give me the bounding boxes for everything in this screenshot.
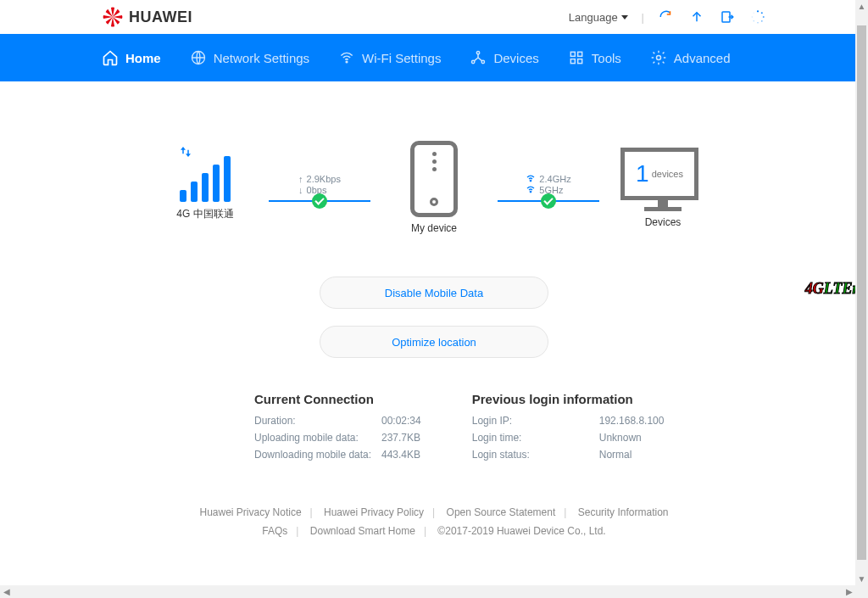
footer-oss[interactable]: Open Source Statement bbox=[447, 506, 556, 518]
refresh-icon[interactable] bbox=[658, 8, 675, 25]
value: Unknown bbox=[599, 432, 642, 444]
disable-mobile-data-button[interactable]: Disable Mobile Data bbox=[320, 277, 548, 309]
nav-home[interactable]: Home bbox=[102, 49, 161, 66]
info-section: Current Connection Duration:00:02:34 Upl… bbox=[102, 392, 766, 466]
topbar: HUAWEI Language | bbox=[0, 0, 868, 34]
svg-rect-15 bbox=[577, 52, 581, 56]
label: Uploading mobile data: bbox=[254, 432, 381, 444]
svg-point-2 bbox=[761, 12, 763, 14]
main-content: 4G 中国联通 ↑2.9Kbps ↓0bps My device 2.4GHz … bbox=[0, 81, 868, 578]
wifi-small-icon bbox=[526, 174, 536, 184]
main-navbar: Home Network Settings Wi-Fi Settings Dev… bbox=[0, 34, 868, 81]
upload-speed: 2.9Kbps bbox=[307, 174, 341, 184]
clients-node: 1 devices Devices bbox=[599, 148, 726, 228]
svg-point-11 bbox=[477, 52, 480, 54]
nav-advanced[interactable]: Advanced bbox=[650, 49, 731, 66]
nav-wifi-settings[interactable]: Wi-Fi Settings bbox=[338, 49, 441, 66]
login-status-row: Login status:Normal bbox=[472, 449, 665, 461]
conn-title: Current Connection bbox=[254, 392, 421, 406]
login-ip-row: Login IP:192.168.8.100 bbox=[472, 415, 665, 427]
device-label: My device bbox=[411, 222, 457, 234]
value: 192.168.8.100 bbox=[599, 415, 665, 427]
separator: | bbox=[642, 11, 644, 24]
check-icon bbox=[541, 193, 556, 209]
svg-point-3 bbox=[763, 16, 765, 18]
scroll-thumb[interactable] bbox=[857, 25, 866, 560]
link-1-stats: ↑2.9Kbps ↓0bps bbox=[298, 174, 341, 195]
label: Login time: bbox=[472, 432, 599, 444]
label: Login IP: bbox=[472, 415, 599, 427]
topbar-right: Language | bbox=[569, 8, 766, 25]
scroll-left-arrow[interactable]: ◀ bbox=[0, 585, 13, 598]
tools-icon bbox=[568, 49, 585, 66]
globe-icon bbox=[190, 49, 207, 66]
scroll-corner bbox=[855, 585, 868, 598]
svg-point-8 bbox=[754, 13, 754, 14]
home-icon bbox=[102, 49, 119, 66]
label: Duration: bbox=[254, 415, 381, 427]
svg-point-19 bbox=[531, 180, 532, 182]
nav-label: Devices bbox=[493, 51, 538, 65]
optimize-location-button[interactable]: Optimize location bbox=[320, 326, 548, 358]
huawei-logo-icon bbox=[102, 6, 124, 28]
wifi-band-1: 2.4GHz bbox=[539, 174, 570, 184]
svg-point-20 bbox=[531, 191, 532, 193]
link-line bbox=[498, 200, 599, 202]
language-dropdown[interactable]: Language bbox=[569, 11, 628, 24]
arrows-updown-icon bbox=[178, 144, 193, 163]
connection-diagram: 4G 中国联通 ↑2.9Kbps ↓0bps My device 2.4GHz … bbox=[102, 141, 766, 234]
footer-faqs[interactable]: FAQs bbox=[262, 525, 287, 537]
conn-upload-row: Uploading mobile data:237.7KB bbox=[254, 432, 421, 444]
logout-icon[interactable] bbox=[719, 8, 736, 25]
scrollbar-vertical[interactable]: ▲ ▼ bbox=[855, 0, 868, 585]
svg-point-5 bbox=[757, 22, 759, 24]
nav-label: Network Settings bbox=[214, 51, 309, 65]
footer-copyright: ©2017-2019 Huawei Device Co., Ltd. bbox=[437, 525, 605, 537]
value: 237.7KB bbox=[381, 432, 420, 444]
upload-icon[interactable] bbox=[688, 8, 705, 25]
monitor-icon: 1 devices bbox=[620, 148, 705, 211]
nav-network-settings[interactable]: Network Settings bbox=[190, 49, 309, 66]
footer-privacy-notice[interactable]: Huawei Privacy Notice bbox=[200, 506, 302, 518]
svg-point-4 bbox=[761, 20, 763, 22]
nav-devices[interactable]: Devices bbox=[470, 49, 538, 66]
signal-node: 4G 中国联通 bbox=[142, 154, 269, 221]
device-count: 1 bbox=[636, 160, 649, 187]
label: Downloading mobile data: bbox=[254, 449, 381, 461]
scroll-right-arrow[interactable]: ▶ bbox=[843, 585, 855, 598]
arrow-up-icon: ↑ bbox=[298, 174, 303, 184]
svg-rect-16 bbox=[570, 59, 575, 64]
svg-point-1 bbox=[757, 10, 759, 12]
clients-label: Devices bbox=[645, 216, 682, 228]
wifi-small-icon bbox=[526, 185, 536, 195]
svg-rect-17 bbox=[577, 59, 581, 64]
footer-privacy-policy[interactable]: Huawei Privacy Policy bbox=[324, 506, 424, 518]
arrow-down-icon: ↓ bbox=[298, 185, 303, 195]
router-icon bbox=[410, 141, 458, 217]
gear-icon bbox=[650, 49, 667, 66]
conn-download-row: Downloading mobile data:443.4KB bbox=[254, 449, 421, 461]
language-label: Language bbox=[569, 11, 618, 24]
svg-rect-14 bbox=[570, 52, 575, 56]
scroll-up-arrow[interactable]: ▲ bbox=[855, 0, 868, 13]
action-buttons: Disable Mobile Data Optimize location 4G… bbox=[102, 277, 766, 358]
login-time-row: Login time:Unknown bbox=[472, 432, 665, 444]
link-2-stats: 2.4GHz 5GHz bbox=[526, 174, 570, 195]
footer-download[interactable]: Download Smart Home bbox=[310, 525, 415, 537]
svg-point-10 bbox=[346, 61, 348, 63]
nav-tools[interactable]: Tools bbox=[568, 49, 621, 66]
value: 443.4KB bbox=[381, 449, 420, 461]
devices-icon bbox=[470, 49, 487, 66]
brand-name: HUAWEI bbox=[129, 8, 192, 26]
signal-label: 4G 中国联通 bbox=[176, 207, 233, 221]
scroll-down-arrow[interactable]: ▼ bbox=[855, 573, 868, 585]
loading-icon[interactable] bbox=[749, 8, 766, 25]
footer: Huawei Privacy Notice| Huawei Privacy Po… bbox=[102, 491, 766, 552]
scrollbar-horizontal[interactable]: ◀ ▶ bbox=[0, 585, 855, 598]
link-2: 2.4GHz 5GHz bbox=[498, 174, 599, 202]
footer-security[interactable]: Security Information bbox=[578, 506, 669, 518]
device-count-label: devices bbox=[652, 169, 683, 179]
scroll-thumb[interactable] bbox=[13, 585, 843, 598]
previous-login-col: Previous login information Login IP:192.… bbox=[472, 392, 665, 466]
label: Login status: bbox=[472, 449, 599, 461]
